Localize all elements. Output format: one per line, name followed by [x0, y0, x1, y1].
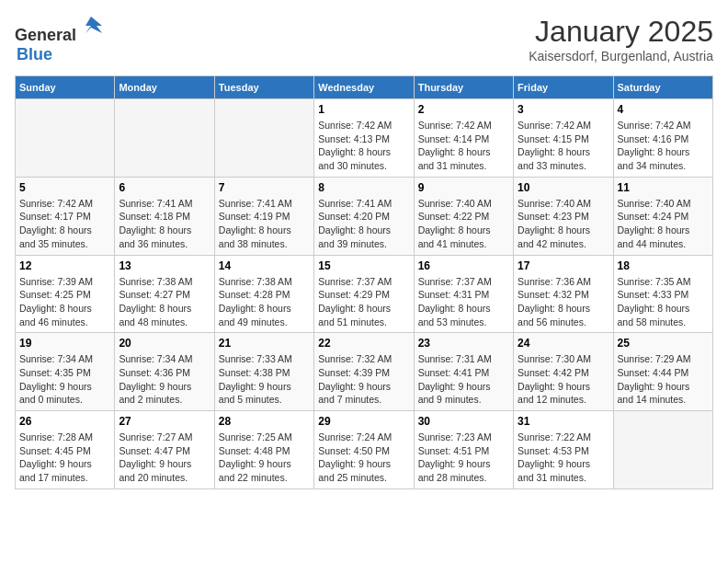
- calendar-week-row: 12Sunrise: 7:39 AM Sunset: 4:25 PM Dayli…: [16, 255, 713, 333]
- day-number: 11: [618, 181, 709, 194]
- day-info: Sunrise: 7:34 AM Sunset: 4:35 PM Dayligh…: [19, 352, 110, 407]
- calendar-cell: [613, 411, 712, 489]
- day-number: 3: [518, 103, 609, 116]
- logo: General Blue: [15, 15, 104, 64]
- day-number: 17: [518, 259, 609, 272]
- weekday-header-sunday: Sunday: [16, 76, 115, 99]
- weekday-header-monday: Monday: [115, 76, 214, 99]
- day-info: Sunrise: 7:41 AM Sunset: 4:20 PM Dayligh…: [318, 197, 409, 251]
- day-info: Sunrise: 7:23 AM Sunset: 4:51 PM Dayligh…: [418, 431, 509, 485]
- day-info: Sunrise: 7:24 AM Sunset: 4:50 PM Dayligh…: [318, 431, 409, 485]
- day-number: 7: [219, 181, 310, 194]
- logo-bird-icon: [78, 15, 104, 40]
- day-number: 10: [518, 181, 609, 194]
- calendar-cell: 5Sunrise: 7:42 AM Sunset: 4:17 PM Daylig…: [16, 177, 115, 255]
- calendar-cell: 10Sunrise: 7:40 AM Sunset: 4:23 PM Dayli…: [514, 177, 613, 255]
- logo-blue: Blue: [17, 45, 52, 63]
- calendar-cell: 26Sunrise: 7:28 AM Sunset: 4:45 PM Dayli…: [16, 411, 115, 489]
- day-info: Sunrise: 7:25 AM Sunset: 4:48 PM Dayligh…: [219, 431, 310, 485]
- calendar-cell: 18Sunrise: 7:35 AM Sunset: 4:33 PM Dayli…: [613, 255, 712, 333]
- day-number: 24: [518, 337, 609, 350]
- day-number: 22: [318, 337, 409, 350]
- day-info: Sunrise: 7:22 AM Sunset: 4:53 PM Dayligh…: [518, 431, 609, 485]
- calendar-cell: 29Sunrise: 7:24 AM Sunset: 4:50 PM Dayli…: [314, 411, 414, 489]
- calendar-cell: 12Sunrise: 7:39 AM Sunset: 4:25 PM Dayli…: [16, 255, 115, 333]
- day-info: Sunrise: 7:32 AM Sunset: 4:39 PM Dayligh…: [318, 352, 409, 407]
- calendar-week-row: 1Sunrise: 7:42 AM Sunset: 4:13 PM Daylig…: [16, 99, 713, 178]
- day-info: Sunrise: 7:42 AM Sunset: 4:16 PM Dayligh…: [618, 119, 709, 173]
- day-number: 23: [418, 337, 509, 350]
- day-info: Sunrise: 7:38 AM Sunset: 4:28 PM Dayligh…: [219, 275, 310, 329]
- calendar-cell: 14Sunrise: 7:38 AM Sunset: 4:28 PM Dayli…: [214, 255, 313, 333]
- day-number: 18: [618, 259, 709, 272]
- calendar-cell: [115, 99, 214, 178]
- day-number: 8: [318, 181, 409, 194]
- day-info: Sunrise: 7:36 AM Sunset: 4:32 PM Dayligh…: [518, 275, 609, 329]
- calendar-cell: 4Sunrise: 7:42 AM Sunset: 4:16 PM Daylig…: [613, 99, 712, 178]
- location-subtitle: Kaisersdorf, Burgenland, Austria: [529, 49, 713, 63]
- day-info: Sunrise: 7:41 AM Sunset: 4:19 PM Dayligh…: [219, 197, 310, 251]
- calendar-cell: 19Sunrise: 7:34 AM Sunset: 4:35 PM Dayli…: [16, 333, 115, 411]
- logo-general: General: [15, 26, 76, 44]
- weekday-header-saturday: Saturday: [613, 76, 712, 99]
- calendar-week-row: 19Sunrise: 7:34 AM Sunset: 4:35 PM Dayli…: [16, 333, 713, 411]
- calendar-cell: 27Sunrise: 7:27 AM Sunset: 4:47 PM Dayli…: [115, 411, 214, 489]
- day-number: 12: [19, 259, 110, 272]
- day-number: 20: [119, 337, 210, 350]
- day-number: 14: [219, 259, 310, 272]
- calendar-cell: 28Sunrise: 7:25 AM Sunset: 4:48 PM Dayli…: [214, 411, 313, 489]
- month-title: January 2025: [529, 15, 713, 49]
- calendar-cell: 8Sunrise: 7:41 AM Sunset: 4:20 PM Daylig…: [314, 177, 414, 255]
- calendar-cell: [214, 99, 313, 178]
- calendar-week-row: 26Sunrise: 7:28 AM Sunset: 4:45 PM Dayli…: [16, 411, 713, 489]
- day-info: Sunrise: 7:39 AM Sunset: 4:25 PM Dayligh…: [19, 275, 110, 329]
- page-header: General Blue January 2025 Kaisersdorf, B…: [15, 15, 713, 64]
- svg-marker-0: [85, 17, 102, 33]
- calendar-cell: 3Sunrise: 7:42 AM Sunset: 4:15 PM Daylig…: [514, 99, 613, 178]
- day-number: 27: [119, 415, 210, 428]
- calendar-cell: 23Sunrise: 7:31 AM Sunset: 4:41 PM Dayli…: [414, 333, 513, 411]
- day-number: 5: [19, 181, 110, 194]
- day-number: 30: [418, 415, 509, 428]
- day-info: Sunrise: 7:40 AM Sunset: 4:24 PM Dayligh…: [618, 197, 709, 251]
- calendar-cell: 7Sunrise: 7:41 AM Sunset: 4:19 PM Daylig…: [214, 177, 313, 255]
- day-number: 31: [518, 415, 609, 428]
- day-info: Sunrise: 7:38 AM Sunset: 4:27 PM Dayligh…: [119, 275, 210, 329]
- day-info: Sunrise: 7:31 AM Sunset: 4:41 PM Dayligh…: [418, 352, 509, 407]
- title-block: January 2025 Kaisersdorf, Burgenland, Au…: [529, 15, 713, 63]
- calendar-cell: 30Sunrise: 7:23 AM Sunset: 4:51 PM Dayli…: [414, 411, 513, 489]
- day-number: 4: [618, 103, 709, 116]
- calendar-cell: 24Sunrise: 7:30 AM Sunset: 4:42 PM Dayli…: [514, 333, 613, 411]
- day-number: 2: [418, 103, 509, 116]
- calendar-cell: [16, 99, 115, 178]
- calendar-cell: 22Sunrise: 7:32 AM Sunset: 4:39 PM Dayli…: [314, 333, 414, 411]
- day-info: Sunrise: 7:40 AM Sunset: 4:23 PM Dayligh…: [518, 197, 609, 251]
- day-info: Sunrise: 7:30 AM Sunset: 4:42 PM Dayligh…: [518, 352, 609, 407]
- day-number: 21: [219, 337, 310, 350]
- weekday-header-thursday: Thursday: [414, 76, 513, 99]
- weekday-header-friday: Friday: [514, 76, 613, 99]
- day-info: Sunrise: 7:42 AM Sunset: 4:13 PM Dayligh…: [318, 119, 409, 173]
- day-number: 9: [418, 181, 509, 194]
- weekday-header-wednesday: Wednesday: [314, 76, 414, 99]
- day-number: 25: [618, 337, 709, 350]
- day-info: Sunrise: 7:42 AM Sunset: 4:17 PM Dayligh…: [19, 197, 110, 251]
- calendar-cell: 20Sunrise: 7:34 AM Sunset: 4:36 PM Dayli…: [115, 333, 214, 411]
- weekday-header-tuesday: Tuesday: [214, 76, 313, 99]
- calendar-cell: 2Sunrise: 7:42 AM Sunset: 4:14 PM Daylig…: [414, 99, 513, 178]
- calendar-cell: 15Sunrise: 7:37 AM Sunset: 4:29 PM Dayli…: [314, 255, 414, 333]
- calendar-cell: 17Sunrise: 7:36 AM Sunset: 4:32 PM Dayli…: [514, 255, 613, 333]
- calendar-cell: 31Sunrise: 7:22 AM Sunset: 4:53 PM Dayli…: [514, 411, 613, 489]
- day-info: Sunrise: 7:40 AM Sunset: 4:22 PM Dayligh…: [418, 197, 509, 251]
- day-number: 15: [318, 259, 409, 272]
- calendar-cell: 16Sunrise: 7:37 AM Sunset: 4:31 PM Dayli…: [414, 255, 513, 333]
- day-number: 29: [318, 415, 409, 428]
- calendar-table: SundayMondayTuesdayWednesdayThursdayFrid…: [15, 75, 713, 489]
- day-info: Sunrise: 7:29 AM Sunset: 4:44 PM Dayligh…: [618, 352, 709, 407]
- day-info: Sunrise: 7:35 AM Sunset: 4:33 PM Dayligh…: [618, 275, 709, 329]
- logo-text: General Blue: [15, 15, 104, 64]
- calendar-cell: 11Sunrise: 7:40 AM Sunset: 4:24 PM Dayli…: [613, 177, 712, 255]
- day-info: Sunrise: 7:41 AM Sunset: 4:18 PM Dayligh…: [119, 197, 210, 251]
- day-info: Sunrise: 7:37 AM Sunset: 4:31 PM Dayligh…: [418, 275, 509, 329]
- day-number: 6: [119, 181, 210, 194]
